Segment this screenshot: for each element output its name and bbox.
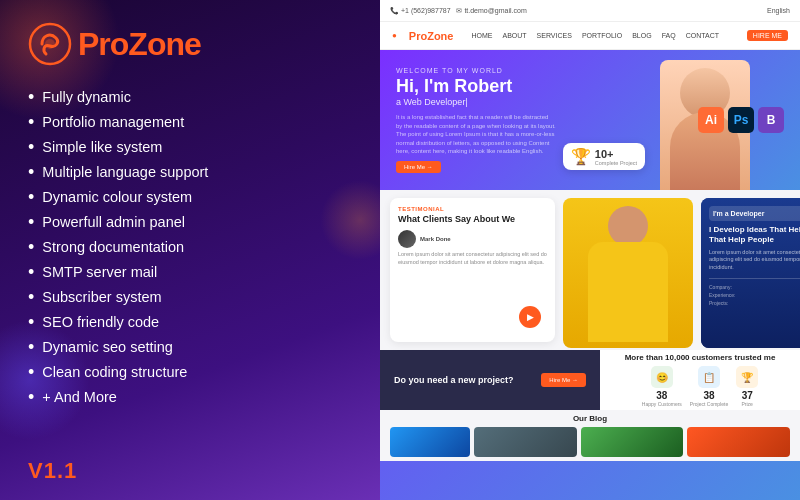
mock-stats-title: More than 10,000 customers trusted me xyxy=(625,353,776,362)
happy-customers-icon: 😊 xyxy=(651,366,673,388)
topbar-language: English xyxy=(767,7,790,14)
mock-table-row: Experience:5 Years xyxy=(709,291,800,299)
mock-reviewer-avatar xyxy=(398,230,416,248)
version-badge: V1.1 xyxy=(28,458,352,484)
mock-stat-prize-lbl: Prize xyxy=(741,401,752,407)
mock-testimonial-title: What Clients Say About We xyxy=(398,214,547,224)
mock-review-text: Lorem ipsum dolor sit amet consectetur a… xyxy=(398,251,547,266)
mock-table-row: Projects:10+ xyxy=(709,299,800,307)
mock-hero-title: Hi, I'm Robert xyxy=(396,77,698,97)
mock-nav-logo: ProZone xyxy=(409,30,454,42)
mock-card-testimonial: Testimonial What Clients Say About We Ma… xyxy=(390,198,555,342)
mock-nav: ● ProZone HOME ABOUT SERVICES PORTFOLIO … xyxy=(380,22,800,50)
developer-badge-text: I'm a Developer xyxy=(713,210,800,217)
feature-item: Subscriber system xyxy=(28,284,352,309)
feature-item: Multiple language support xyxy=(28,159,352,184)
mock-hero-welcome: WELCOME TO MY WORLD xyxy=(396,67,698,74)
mock-stats-row: 😊 38 Happy Customers 📋 38 Project Comple… xyxy=(642,366,758,407)
mock-testimonial-label: Testimonial xyxy=(398,206,547,212)
mock-hero-right: Ai Ps B xyxy=(698,107,784,133)
mock-hero-icons: Ai Ps B xyxy=(698,107,784,133)
feature-item: + And More xyxy=(28,384,352,409)
mock-blog-posts xyxy=(390,427,790,457)
logo-text: ProZone xyxy=(78,26,201,63)
developer-card-title: I Develop Ideas That Help That Help Peop… xyxy=(709,225,800,246)
feature-item: Fully dynamic xyxy=(28,84,352,109)
mock-bottom-area: Do you need a new project? Hire Me → Mor… xyxy=(380,350,800,410)
mock-topbar: 📞 +1 (562)987787 ✉ tt.demo@gmail.com Eng… xyxy=(380,0,800,22)
mock-stat-projects: 📋 38 Project Complete xyxy=(690,366,728,407)
mock-nav-contact[interactable]: CONTACT xyxy=(686,32,719,39)
blog-post-1 xyxy=(390,427,470,457)
mock-nav-portfolio[interactable]: PORTFOLIO xyxy=(582,32,622,39)
play-button-icon[interactable]: ▶ xyxy=(519,306,541,328)
right-panel: 📞 +1 (562)987787 ✉ tt.demo@gmail.com Eng… xyxy=(380,0,800,500)
feature-list: Fully dynamicPortfolio managementSimple … xyxy=(28,84,352,450)
adobe-illustrator-icon: Ai xyxy=(698,107,724,133)
prize-icon: 🏆 xyxy=(736,366,758,388)
bootstrap-icon: B xyxy=(758,107,784,133)
mock-nav-faq[interactable]: FAQ xyxy=(662,32,676,39)
mock-nav-blog[interactable]: BLOG xyxy=(632,32,651,39)
mock-table-row: Company:ABC Corp xyxy=(709,283,800,291)
mock-reviewer-name: Mark Done xyxy=(420,236,451,242)
feature-item: Dynamic colour system xyxy=(28,184,352,209)
mock-hero-subtitle: a Web Developer| xyxy=(396,97,698,107)
mock-cta-text: Do you need a new project? xyxy=(394,375,514,385)
mock-hero-cta[interactable]: Hire Me → xyxy=(396,161,441,173)
mock-blog-title: Our Blog xyxy=(390,414,790,423)
screenshot-main: 📞 +1 (562)987787 ✉ tt.demo@gmail.com Eng… xyxy=(380,0,800,500)
logo: ProZone xyxy=(28,22,352,66)
mock-nav-home[interactable]: HOME xyxy=(471,32,492,39)
mock-stat-proj-val: 38 xyxy=(703,390,714,401)
mock-stat-happy-lbl: Happy Customers xyxy=(642,401,682,407)
mock-lower: Testimonial What Clients Say About We Ma… xyxy=(380,190,800,350)
mock-stats-area: More than 10,000 customers trusted me 😊 … xyxy=(600,350,800,410)
mock-stat-prize-val: 37 xyxy=(742,390,753,401)
mock-bottom-cta-area: Do you need a new project? Hire Me → xyxy=(380,350,600,410)
adobe-photoshop-icon: Ps xyxy=(728,107,754,133)
mock-stat-happy-val: 38 xyxy=(656,390,667,401)
mock-hero-text: WELCOME TO MY WORLD Hi, I'm Robert a Web… xyxy=(396,67,698,174)
feature-item: Portfolio management xyxy=(28,109,352,134)
mock-person-yellow xyxy=(563,198,693,348)
projects-icon: 📋 xyxy=(698,366,720,388)
feature-item: SMTP server mail xyxy=(28,259,352,284)
mock-stat-happy-customers: 😊 38 Happy Customers xyxy=(642,366,682,407)
feature-item: Powerfull admin panel xyxy=(28,209,352,234)
left-panel: ProZone Fully dynamicPortfolio managemen… xyxy=(0,0,380,500)
feature-item: SEO friendly code xyxy=(28,309,352,334)
feature-item: Dynamic seo setting xyxy=(28,334,352,359)
blog-post-4 xyxy=(687,427,790,457)
svg-point-1 xyxy=(45,39,55,49)
developer-card-desc: Lorem ipsum dolor sit amet consectetur a… xyxy=(709,249,800,272)
blog-post-3 xyxy=(581,427,684,457)
topbar-phone: 📞 +1 (562)987787 ✉ tt.demo@gmail.com xyxy=(390,7,527,15)
mock-nav-services[interactable]: SERVICES xyxy=(537,32,572,39)
mock-stat-proj-lbl: Project Complete xyxy=(690,401,728,407)
mock-blog-section: Our Blog xyxy=(380,410,800,461)
mock-hero-desc: It is a long established fact that a rea… xyxy=(396,113,556,155)
mock-nav-about[interactable]: ABOUT xyxy=(502,32,526,39)
mock-hero: WELCOME TO MY WORLD Hi, I'm Robert a Web… xyxy=(380,50,800,190)
mock-stat-prizes: 🏆 37 Prize xyxy=(736,366,758,407)
feature-item: Strong documentation xyxy=(28,234,352,259)
feature-item: Clean coding structure xyxy=(28,359,352,384)
mock-nav-cta[interactable]: HIRE ME xyxy=(747,30,788,41)
mock-developer-section: I'm a Developer I Develop Ideas That Hel… xyxy=(701,198,800,348)
blog-post-2 xyxy=(474,427,577,457)
mock-cta-button[interactable]: Hire Me → xyxy=(541,373,586,387)
feature-item: Simple like system xyxy=(28,134,352,159)
